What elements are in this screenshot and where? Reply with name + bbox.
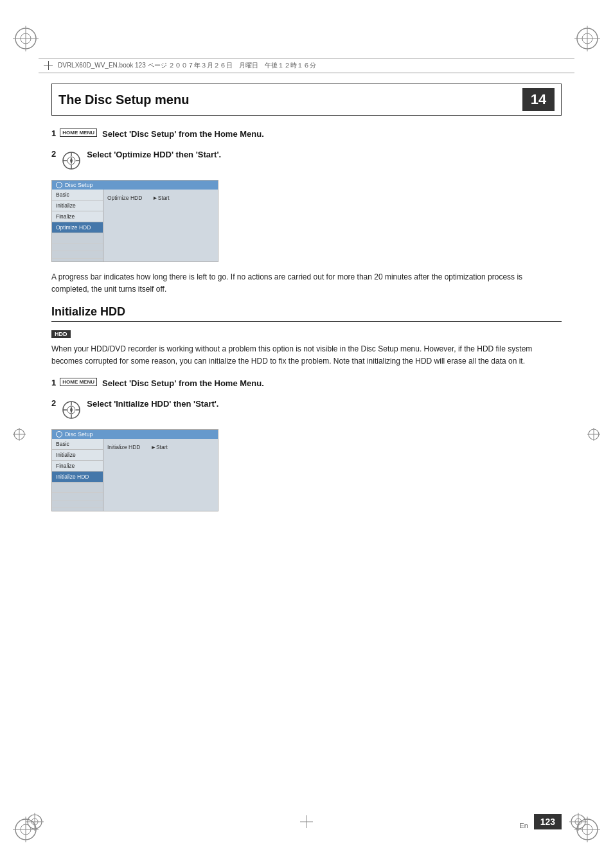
file-info: DVRLX60D_WV_EN.book 123 ページ ２００７年３月２６日 月… xyxy=(58,61,316,70)
menu-option-1: Optimize HDD xyxy=(107,193,142,202)
para-text-2: When your HDD/DVD recorder is working wi… xyxy=(51,343,562,367)
menu-item-finalize-2: Finalize xyxy=(52,461,103,472)
menu-titlebar-1: Disc Setup xyxy=(52,181,218,190)
menu-start-2: ►Start xyxy=(151,443,168,452)
menu-empty-rows-2 xyxy=(52,483,103,511)
menu-empty-row-2a xyxy=(52,485,103,493)
step2-number: 2 xyxy=(51,149,56,159)
menu-right-col-1: Optimize HDD ►Start xyxy=(103,190,218,261)
menu-titlebar-icon-1 xyxy=(56,182,62,188)
menu-empty-row-2c xyxy=(52,500,103,508)
bottom-crosshair-right xyxy=(569,813,587,833)
step3-block: 1 HOME MENU Select 'Disc Setup' from the… xyxy=(51,378,562,389)
dial-icon-2 xyxy=(61,400,82,420)
hdd-badge: HDD xyxy=(51,330,71,338)
bottom-crosshair-left xyxy=(26,813,44,833)
main-content: The Disc Setup menu 14 1 HOME MENU Selec… xyxy=(51,84,562,804)
menu-titlebar-2: Disc Setup xyxy=(52,430,218,439)
menu-empty-rows-1 xyxy=(52,233,103,261)
step3-text: Select 'Disc Setup' from the Home Menu. xyxy=(102,378,264,389)
menu-empty-row-1a xyxy=(52,236,103,244)
right-crosshair xyxy=(587,428,600,441)
corner-decoration-tl xyxy=(13,26,39,51)
menu-empty-row-1c xyxy=(52,251,103,259)
step3-line: 1 HOME MENU Select 'Disc Setup' from the… xyxy=(51,378,562,389)
step2-line: 2 Select 'Optimize HDD' then 'Start'. xyxy=(51,149,562,171)
header-bar: DVRLX60D_WV_EN.book 123 ページ ２００７年３月２６日 月… xyxy=(39,58,574,73)
sub-section-title: Initialize HDD xyxy=(51,305,562,319)
menu-item-finalize-1: Finalize xyxy=(52,211,103,222)
section-title: The Disc Setup menu xyxy=(58,93,189,107)
step4-text: Select 'Initialize HDD' then 'Start'. xyxy=(87,398,562,410)
bottom-crosshair-row xyxy=(0,813,613,833)
menu-titlebar-text-2: Disc Setup xyxy=(65,431,93,438)
step4-line: 2 Select 'Initialize HDD' then 'Start'. xyxy=(51,398,562,420)
para-text-1: A progress bar indicates how long there … xyxy=(51,271,562,295)
menu-item-basic-2: Basic xyxy=(52,439,103,450)
menu-left-col-2: Basic Initialize Finalize Initialize HDD xyxy=(52,439,103,511)
menu-titlebar-icon-2 xyxy=(56,431,62,438)
step2-text: Select 'Optimize HDD' then 'Start'. xyxy=(87,149,562,161)
menu-item-initialize-1: Initialize xyxy=(52,200,103,211)
menu-option-2: Initialize HDD xyxy=(107,443,141,452)
menu-item-basic-1: Basic xyxy=(52,190,103,200)
section-title-box: The Disc Setup menu 14 xyxy=(51,84,562,116)
page: DVRLX60D_WV_EN.book 123 ページ ２００７年３月２６日 月… xyxy=(0,0,613,868)
home-menu-badge-1: HOME MENU xyxy=(60,128,97,137)
menu-body-2: Basic Initialize Finalize Initialize HDD… xyxy=(52,439,218,511)
menu-left-col-1: Basic Initialize Finalize Optimize HDD xyxy=(52,190,103,261)
step1-line: 1 HOME MENU Select 'Disc Setup' from the… xyxy=(51,128,562,140)
left-crosshair xyxy=(13,428,26,441)
menu-screenshot-1: Disc Setup Basic Initialize Finalize Opt… xyxy=(51,180,218,262)
menu-item-optimize: Optimize HDD xyxy=(52,222,103,233)
bottom-crosshair-center xyxy=(300,815,313,830)
sub-section-initialize: Initialize HDD xyxy=(51,305,562,322)
menu-item-init-hdd: Initialize HDD xyxy=(52,472,103,483)
menu-titlebar-text-1: Disc Setup xyxy=(65,182,93,188)
step1-text: Select 'Disc Setup' from the Home Menu. xyxy=(102,128,264,140)
menu-start-1: ►Start xyxy=(152,193,169,202)
home-menu-badge-2: HOME MENU xyxy=(60,378,97,386)
step4-number: 2 xyxy=(51,398,56,408)
header-crosshair xyxy=(44,61,53,70)
chapter-number: 14 xyxy=(522,88,555,111)
step1-number: 1 xyxy=(51,128,56,138)
step3-number: 1 xyxy=(51,378,56,387)
corner-decoration-tr xyxy=(574,26,600,51)
menu-empty-row-1b xyxy=(52,244,103,251)
menu-right-col-2: Initialize HDD ►Start xyxy=(103,439,218,511)
menu-empty-row-2b xyxy=(52,493,103,500)
step4-block: 2 Select 'Initialize HDD' then 'Start'. xyxy=(51,398,562,420)
dial-icon-1 xyxy=(61,150,82,171)
menu-screenshot-2: Disc Setup Basic Initialize Finalize Ini… xyxy=(51,429,218,511)
menu-body-1: Basic Initialize Finalize Optimize HDD O… xyxy=(52,190,218,261)
step2-block: 2 Select 'Optimize HDD' then 'Start'. xyxy=(51,149,562,171)
menu-item-initialize-2: Initialize xyxy=(52,450,103,461)
step1-block: 1 HOME MENU Select 'Disc Setup' from the… xyxy=(51,128,562,140)
